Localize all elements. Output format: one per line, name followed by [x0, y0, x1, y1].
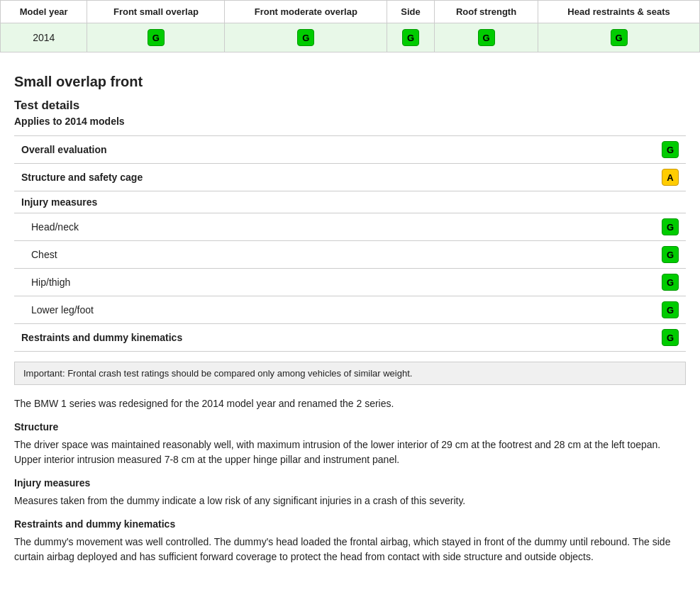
applies-to: Applies to 2014 models	[14, 116, 686, 127]
detail-label: Hip/thigh	[14, 269, 645, 296]
rating-cell: G	[87, 23, 225, 52]
narrative-block: Injury measuresMeasures taken from the d…	[14, 476, 686, 508]
detail-label: Overall evaluation	[14, 136, 645, 164]
narrative-text: The dummy's movement was well controlled…	[14, 535, 686, 564]
rating-badge: G	[662, 218, 679, 235]
narrative-heading: Restraints and dummy kinematics	[14, 517, 686, 532]
rating-badge: G	[662, 329, 679, 346]
model-year-cell: 2014	[1, 23, 87, 52]
detail-label: Chest	[14, 241, 645, 269]
detail-label: Lower leg/foot	[14, 296, 645, 324]
rating-cell: G	[434, 23, 538, 52]
narrative-text: The BMW 1 series was redesigned for the …	[14, 396, 686, 411]
rating-cell: G	[538, 23, 700, 52]
detail-row: Structure and safety cageA	[14, 164, 686, 191]
detail-rating-cell	[645, 191, 686, 213]
summary-col-header: Head restraints & seats	[538, 1, 700, 23]
narrative-heading: Structure	[14, 420, 686, 435]
narrative-text: Measures taken from the dummy indicate a…	[14, 494, 686, 508]
summary-col-header: Front moderate overlap	[225, 1, 387, 23]
summary-col-header: Side	[387, 1, 435, 23]
detail-label: Injury measures	[14, 191, 645, 213]
table-row: 2014GGGGG	[1, 23, 700, 52]
detail-rating-cell: G	[645, 269, 686, 296]
rating-badge: G	[402, 29, 419, 46]
detail-row: Head/neckG	[14, 213, 686, 241]
rating-badge: A	[662, 169, 679, 186]
detail-label: Head/neck	[14, 213, 645, 241]
detail-row: Restraints and dummy kinematicsG	[14, 324, 686, 352]
section-title: Small overlap front	[14, 74, 686, 90]
detail-rating-cell: G	[645, 241, 686, 269]
detail-label: Structure and safety cage	[14, 164, 645, 191]
rating-badge: G	[148, 29, 165, 46]
summary-col-header: Roof strength	[434, 1, 538, 23]
detail-row: Overall evaluationG	[14, 136, 686, 164]
rating-badge: G	[662, 274, 679, 291]
narrative-block: StructureThe driver space was maintained…	[14, 420, 686, 467]
rating-cell: G	[387, 23, 435, 52]
summary-table: Model yearFront small overlapFront moder…	[0, 0, 700, 52]
detail-row: Hip/thighG	[14, 269, 686, 296]
rating-badge: G	[662, 141, 679, 158]
detail-row: ChestG	[14, 241, 686, 269]
summary-col-header: Model year	[1, 1, 87, 23]
rating-badge: G	[662, 301, 679, 318]
rating-badge: G	[662, 246, 679, 263]
narrative-text: The driver space was maintained reasonab…	[14, 437, 686, 467]
detail-row: Lower leg/footG	[14, 296, 686, 324]
detail-rating-cell: G	[645, 213, 686, 241]
detail-rating-cell: G	[645, 136, 686, 164]
narrative-block: Restraints and dummy kinematicsThe dummy…	[14, 517, 686, 564]
detail-rating-cell: G	[645, 296, 686, 324]
note-box: Important: Frontal crash test ratings sh…	[14, 362, 686, 385]
detail-rating-cell: A	[645, 164, 686, 191]
main-section: Small overlap front Test details Applies…	[0, 74, 700, 564]
details-table: Overall evaluationGStructure and safety …	[14, 135, 686, 352]
detail-rating-cell: G	[645, 324, 686, 352]
narrative-heading: Injury measures	[14, 476, 686, 491]
rating-badge: G	[297, 29, 314, 46]
narrative-block: The BMW 1 series was redesigned for the …	[14, 396, 686, 411]
summary-col-header: Front small overlap	[87, 1, 225, 23]
test-details-title: Test details	[14, 99, 686, 113]
rating-badge: G	[611, 29, 628, 46]
rating-badge: G	[478, 29, 495, 46]
detail-label: Restraints and dummy kinematics	[14, 324, 645, 352]
rating-cell: G	[225, 23, 387, 52]
detail-row: Injury measures	[14, 191, 686, 213]
